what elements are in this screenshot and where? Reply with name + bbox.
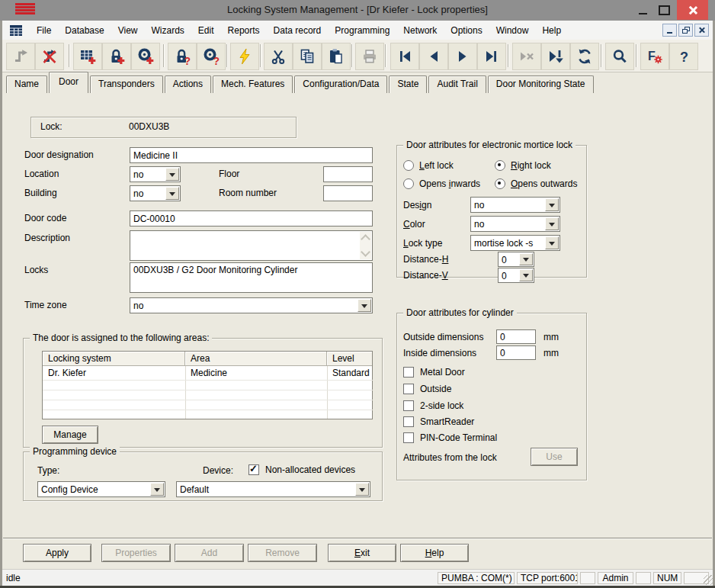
metal-door-checkbox[interactable]: Metal Door [403, 367, 465, 378]
properties-button[interactable]: Properties [101, 544, 171, 562]
first-record-button[interactable] [390, 43, 419, 70]
column-header-level[interactable]: Level [327, 352, 372, 366]
new-lock-button[interactable] [102, 43, 131, 70]
door-code-input[interactable] [130, 210, 373, 227]
dropdown-arrow-icon[interactable] [165, 187, 179, 200]
time-zone-dropdown[interactable]: no [130, 297, 373, 313]
inside-dimensions-input[interactable] [496, 345, 536, 360]
menu-item-window[interactable]: Window [489, 22, 536, 39]
description-scrollbar[interactable] [360, 232, 371, 259]
dropdown-arrow-icon[interactable] [165, 168, 179, 181]
outside-checkbox[interactable]: Outside [403, 384, 451, 394]
tab-door-monitoring-state[interactable]: Door Monitoring State [488, 76, 594, 93]
non-allocated-devices-checkbox[interactable]: Non-allocated devices [248, 464, 355, 475]
opens-inwards-radio[interactable]: Opens inwards [403, 178, 480, 189]
menu-item-file[interactable]: File [30, 22, 58, 39]
copy-button[interactable] [293, 43, 322, 70]
tab-configuration-data[interactable]: Configuration/Data [294, 76, 387, 93]
cut-button[interactable] [264, 43, 293, 70]
new-locking-system-button[interactable] [73, 43, 102, 70]
read-lock-button[interactable]: ? [168, 43, 197, 70]
read-transponder-button[interactable]: ? [197, 43, 226, 70]
refresh-button[interactable] [570, 43, 599, 70]
manage-button[interactable]: Manage [42, 426, 98, 444]
room-number-input[interactable] [323, 185, 373, 201]
help-button-footer[interactable]: Help [400, 544, 469, 562]
close-button[interactable] [677, 0, 708, 20]
door-designation-input[interactable] [130, 147, 373, 163]
distance-v-dropdown[interactable]: 0 [498, 268, 534, 283]
floor-input[interactable] [323, 166, 373, 182]
locks-textarea[interactable]: 00DXU3B / G2 Door Monitoring Cylinder [130, 262, 373, 293]
undo-button[interactable] [6, 43, 35, 70]
opens-outwards-radio[interactable]: Opens outwards [495, 178, 577, 189]
cancel-navigation-button[interactable] [512, 43, 541, 70]
color-dropdown[interactable]: no [470, 216, 560, 232]
search-button[interactable] [605, 43, 634, 70]
programming-type-dropdown[interactable]: Config Device [37, 481, 165, 497]
outside-dimensions-input[interactable] [496, 329, 536, 344]
menu-item-wizards[interactable]: Wizards [145, 22, 191, 39]
previous-record-button[interactable] [419, 43, 448, 70]
maximize-button[interactable] [656, 0, 672, 20]
help-button[interactable]: ? [669, 43, 698, 70]
goto-record-button[interactable] [541, 43, 570, 70]
add-button[interactable]: Add [175, 544, 244, 562]
print-button[interactable] [355, 43, 384, 70]
pin-code-terminal-checkbox[interactable]: PIN-Code Terminal [403, 432, 497, 443]
lock-type-dropdown[interactable]: mortise lock -s [470, 235, 560, 251]
dropdown-arrow-icon[interactable] [355, 483, 369, 496]
tab-state[interactable]: State [389, 76, 427, 93]
use-button[interactable]: Use [531, 448, 578, 466]
tab-audit-trail[interactable]: Audit Trail [428, 76, 486, 93]
paste-button[interactable] [322, 43, 351, 70]
location-dropdown[interactable]: no [130, 166, 181, 182]
building-dropdown[interactable]: no [130, 185, 181, 201]
minimize-button[interactable] [634, 0, 651, 20]
programming-device-dropdown[interactable]: Default [176, 481, 370, 497]
remove-button[interactable]: Remove [248, 544, 317, 562]
apply-button[interactable]: Apply [23, 544, 91, 562]
design-dropdown[interactable]: no [470, 197, 560, 213]
system-menu-icon[interactable] [9, 24, 23, 37]
dropdown-arrow-icon[interactable] [519, 269, 533, 281]
mdi-close-button[interactable] [694, 24, 709, 37]
tab-door[interactable]: Door [49, 72, 88, 93]
smartreader-checkbox[interactable]: SmartReader [403, 416, 474, 427]
column-header-area[interactable]: Area [185, 352, 327, 366]
menu-item-edit[interactable]: Edit [191, 22, 221, 39]
program-button[interactable] [230, 43, 259, 70]
left-lock-radio[interactable]: Left lock [403, 160, 454, 171]
scroll-up-icon[interactable] [361, 234, 370, 244]
menu-item-network[interactable]: Network [396, 22, 444, 39]
exit-button[interactable]: Exit [328, 544, 396, 562]
two-side-lock-checkbox[interactable]: 2-side lock [403, 400, 463, 411]
menu-item-view[interactable]: View [111, 22, 145, 39]
description-textarea[interactable] [130, 230, 373, 261]
new-transponder-button[interactable] [131, 43, 160, 70]
dropdown-arrow-icon[interactable] [150, 483, 164, 496]
programming-settings-button[interactable]: F [640, 43, 669, 70]
tab-name[interactable]: Name [6, 76, 47, 93]
scroll-down-icon[interactable] [361, 247, 370, 257]
tab-transponders[interactable]: Transponders [90, 76, 163, 93]
dropdown-arrow-icon[interactable] [519, 253, 533, 265]
mdi-restore-button[interactable] [678, 24, 693, 37]
mdi-minimize-button[interactable] [662, 24, 677, 37]
menu-item-options[interactable]: Options [444, 22, 489, 39]
discard-changes-button[interactable] [35, 43, 64, 70]
menu-item-help[interactable]: Help [535, 22, 568, 39]
tab-mech-features[interactable]: Mech. Features [213, 76, 293, 93]
dropdown-arrow-icon[interactable] [545, 217, 559, 230]
dropdown-arrow-icon[interactable] [545, 236, 559, 249]
menu-item-data-record[interactable]: Data record [267, 22, 329, 39]
menu-item-reports[interactable]: Reports [221, 22, 267, 39]
menu-item-programming[interactable]: Programming [328, 22, 396, 39]
tab-actions[interactable]: Actions [165, 76, 211, 93]
right-lock-radio[interactable]: Right lock [495, 160, 551, 171]
menu-item-database[interactable]: Database [58, 22, 111, 39]
column-header-locking-system[interactable]: Locking system [43, 352, 185, 366]
dropdown-arrow-icon[interactable] [545, 198, 559, 211]
next-record-button[interactable] [448, 43, 477, 70]
dropdown-arrow-icon[interactable] [358, 299, 371, 312]
